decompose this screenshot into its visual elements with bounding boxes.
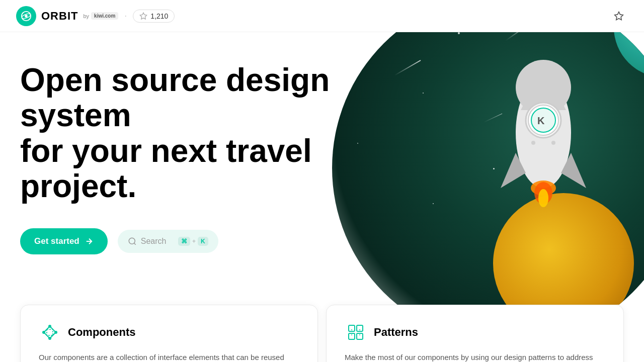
components-card-header: Components [39,321,299,343]
star-count-value: 1,210 [150,12,168,20]
svg-rect-23 [349,325,355,331]
patterns-card-desc: Make the most of our components by using… [345,351,605,362]
svg-rect-24 [357,325,363,331]
patterns-icon [345,321,367,343]
components-icon [39,321,61,343]
svg-point-15 [551,141,555,145]
k-key: K [198,237,208,246]
hero-title: Open source design system for your next … [20,62,362,204]
hero-section: K Open source design system for your nex… [0,32,644,305]
patterns-card-title: Patterns [374,326,418,339]
svg-point-20 [54,331,57,334]
plus-separator: + [192,238,196,245]
svg-line-18 [134,243,135,244]
search-placeholder-text: Search [141,237,174,246]
bookmark-button[interactable] [610,7,628,25]
components-card: Components Our components are a collecti… [20,305,318,362]
search-keyboard-shortcut: ⌘ + K [178,237,208,246]
kiwi-badge: kiwi.com [91,12,118,20]
svg-rect-25 [349,333,355,339]
cards-section: Components Our components are a collecti… [0,305,644,362]
logo-wrap: ORBIT by kiwi.com [16,6,118,26]
get-started-button[interactable]: Get started [20,228,108,254]
svg-point-22 [48,337,51,340]
svg-point-17 [129,238,135,244]
patterns-card: Patterns Make the most of our components… [326,305,624,362]
svg-rect-26 [357,333,363,339]
logo-by-text: by kiwi.com [83,12,118,20]
svg-text:K: K [537,115,545,126]
rocket: K [493,32,594,213]
svg-marker-4 [615,12,623,20]
components-card-title: Components [68,326,135,339]
logo-text: ORBIT [41,10,78,23]
hero-actions: Get started Search ⌘ + K [20,228,362,254]
search-icon [128,237,137,246]
logo-icon [16,6,36,26]
svg-point-14 [531,141,535,145]
planet-teal [614,32,644,77]
svg-point-21 [48,325,51,328]
patterns-card-header: Patterns [345,321,605,343]
cmd-key: ⌘ [178,237,190,246]
header: ORBIT by kiwi.com · 1,210 [0,0,644,32]
header-separator: · [124,11,127,21]
search-bar[interactable]: Search ⌘ + K [118,230,218,253]
svg-point-2 [25,15,28,18]
space-background: K [332,32,644,305]
hero-content: Open source design system for your next … [20,62,362,254]
svg-point-13 [538,189,548,207]
star-count-button[interactable]: 1,210 [133,10,175,23]
svg-point-19 [42,331,45,334]
components-card-desc: Our components are a collection of inter… [39,351,299,362]
svg-marker-3 [140,13,147,19]
